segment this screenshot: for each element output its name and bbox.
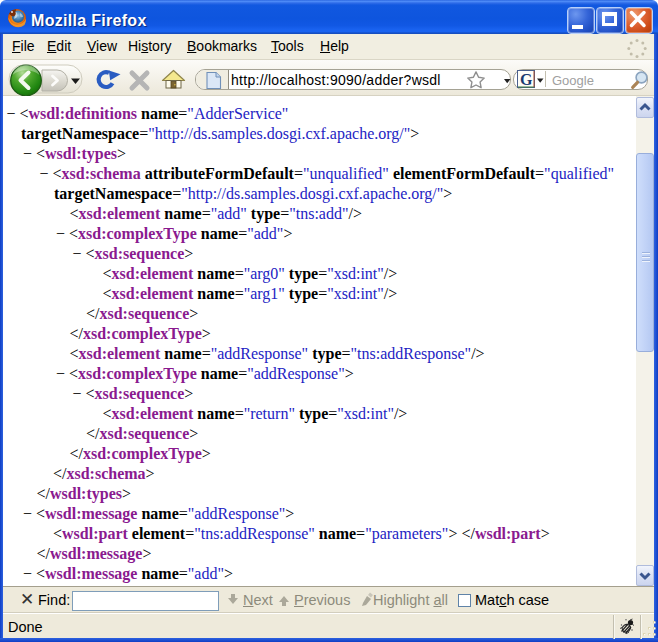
svg-text:G: G	[520, 71, 533, 88]
